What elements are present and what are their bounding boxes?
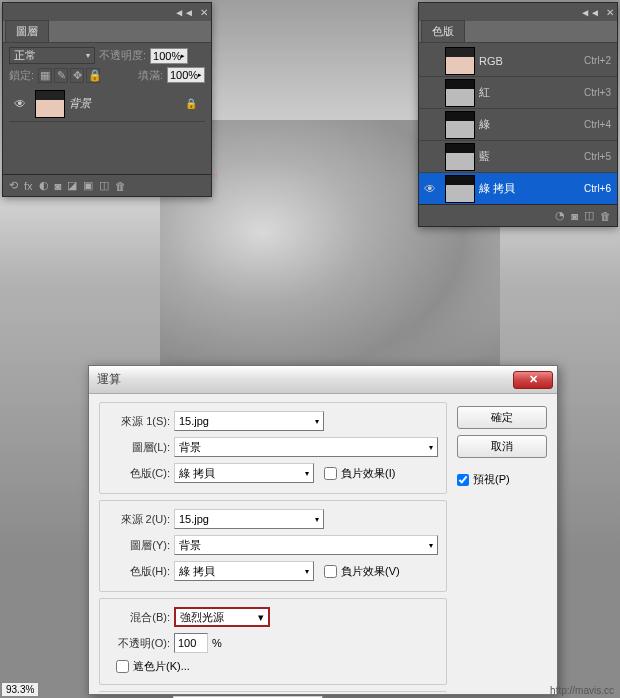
opacity-label: 不透明(O): [108, 636, 170, 651]
channel-thumbnail [445, 111, 475, 139]
invert2-checkbox[interactable] [324, 565, 337, 578]
channel-thumbnail [445, 175, 475, 203]
fill-input[interactable]: 100%▸ [167, 67, 205, 83]
channel-name: 綠 [479, 117, 584, 132]
layer1-dropdown[interactable]: 背景▾ [174, 437, 438, 457]
footer-icon[interactable]: ◪ [67, 179, 77, 192]
layers-panel-header: ◄◄ ✕ [3, 3, 211, 21]
source2-label: 來源 2(U): [108, 512, 170, 527]
tab-channels[interactable]: 色版 [421, 20, 465, 42]
channels-panel-footer: ◔ ◙ ◫ 🗑 [419, 204, 617, 226]
channel-shortcut: Ctrl+4 [584, 119, 617, 130]
channel1-label: 色版(C): [108, 466, 170, 481]
zoom-level[interactable]: 93.3% [1, 682, 39, 697]
channel-name: 藍 [479, 149, 584, 164]
site-url-text: http://mavis.cc [550, 685, 614, 696]
layers-list: 👁 背景 🔒 [9, 86, 205, 122]
channel-name: RGB [479, 55, 584, 67]
invert1-label: 負片效果(I) [341, 466, 395, 481]
layers-panel-footer: ⟲ fx ◐ ◙ ◪ ▣ ◫ 🗑 [3, 174, 211, 196]
layer2-label: 圖層(Y): [108, 538, 170, 553]
channel-shortcut: Ctrl+2 [584, 55, 617, 66]
channel-name: 綠 拷貝 [479, 181, 584, 196]
mask-checkbox[interactable] [116, 660, 129, 673]
footer-icon[interactable]: ◙ [571, 210, 578, 222]
channels-tab-bar: 色版 [419, 21, 617, 43]
footer-icon[interactable]: ◙ [55, 180, 62, 192]
channels-list: RGB Ctrl+2 紅 Ctrl+3 綠 Ctrl+4 藍 Ctrl+5 👁 … [419, 45, 617, 205]
layers-panel-body: 正常▾ 不透明度: 100%▸ 鎖定: ▦✎✥🔒 填滿: 100%▸ 👁 背景 … [3, 43, 211, 126]
channels-panel: ◄◄ ✕ 色版 RGB Ctrl+2 紅 Ctrl+3 綠 Ctrl+4 藍 C… [418, 2, 618, 227]
close-icon[interactable]: ✕ [606, 7, 614, 18]
close-button[interactable]: ✕ [513, 371, 553, 389]
lock-label: 鎖定: [9, 68, 34, 83]
channel2-dropdown[interactable]: 綠 拷貝▾ [174, 561, 314, 581]
invert2-label: 負片效果(V) [341, 564, 400, 579]
footer-icon[interactable]: ⟲ [9, 179, 18, 192]
footer-icon[interactable]: ◫ [584, 209, 594, 222]
opacity-unit: % [212, 637, 222, 649]
channel2-label: 色版(H): [108, 564, 170, 579]
blend-label: 混合(B): [108, 610, 170, 625]
footer-icon[interactable]: 🗑 [600, 210, 611, 222]
dialog-title-text: 運算 [97, 371, 121, 388]
layer-row[interactable]: 👁 背景 🔒 [9, 86, 205, 122]
mask-label: 遮色片(K)... [133, 659, 190, 674]
fill-label: 填滿: [138, 68, 163, 83]
calculations-dialog: 運算 ✕ 來源 1(S): 15.jpg▾ 圖層(L): 背景▾ 色版(C): … [88, 365, 558, 695]
eye-icon[interactable]: 👁 [419, 182, 441, 196]
footer-icon[interactable]: ◫ [99, 179, 109, 192]
footer-icon[interactable]: ◔ [555, 209, 565, 222]
channel-shortcut: Ctrl+6 [584, 183, 617, 194]
channel-row-selected[interactable]: 👁 綠 拷貝 Ctrl+6 [419, 173, 617, 205]
blend-mode-dropdown[interactable]: 正常▾ [9, 47, 95, 64]
close-icon[interactable]: ✕ [200, 7, 208, 18]
invert1-checkbox[interactable] [324, 467, 337, 480]
channel-row[interactable]: 綠 Ctrl+4 [419, 109, 617, 141]
blend-group: 混合(B): 強烈光源▾ 不透明(O): 100 % 遮色片(K)... [99, 598, 447, 685]
lock-buttons[interactable]: ▦✎✥🔒 [38, 68, 100, 83]
channel-thumbnail [445, 143, 475, 171]
cancel-button[interactable]: 取消 [457, 435, 547, 458]
channel-row[interactable]: 藍 Ctrl+5 [419, 141, 617, 173]
channel-thumbnail [445, 47, 475, 75]
footer-icon[interactable]: ▣ [83, 179, 93, 192]
channel-name: 紅 [479, 85, 584, 100]
dialog-titlebar[interactable]: 運算 ✕ [89, 366, 557, 394]
tab-layers[interactable]: 圖層 [5, 20, 49, 42]
channel-row[interactable]: 紅 Ctrl+3 [419, 77, 617, 109]
source1-label: 來源 1(S): [108, 414, 170, 429]
footer-icon[interactable]: fx [24, 180, 33, 192]
channel-shortcut: Ctrl+3 [584, 87, 617, 98]
preview-label: 預視(P) [473, 472, 510, 487]
source2-dropdown[interactable]: 15.jpg▾ [174, 509, 324, 529]
source1-dropdown[interactable]: 15.jpg▾ [174, 411, 324, 431]
layer1-label: 圖層(L): [108, 440, 170, 455]
opacity-input[interactable]: 100 [174, 633, 208, 653]
preview-checkbox[interactable] [457, 474, 469, 486]
channels-panel-header: ◄◄ ✕ [419, 3, 617, 21]
channel-thumbnail [445, 79, 475, 107]
layers-tab-bar: 圖層 [3, 21, 211, 43]
channel-row[interactable]: RGB Ctrl+2 [419, 45, 617, 77]
eye-icon[interactable]: 👁 [9, 97, 31, 111]
result-group: 結果(R): 新增色版▾ [99, 691, 447, 698]
source1-group: 來源 1(S): 15.jpg▾ 圖層(L): 背景▾ 色版(C): 綠 拷貝▾… [99, 402, 447, 494]
collapse-icon[interactable]: ◄◄ [580, 7, 600, 18]
layer-lock-icon: 🔒 [185, 98, 205, 109]
opacity-input[interactable]: 100%▸ [150, 48, 188, 64]
collapse-icon[interactable]: ◄◄ [174, 7, 194, 18]
footer-icon[interactable]: ◐ [39, 179, 49, 192]
layer-thumbnail [35, 90, 65, 118]
channel-shortcut: Ctrl+5 [584, 151, 617, 162]
footer-icon[interactable]: 🗑 [115, 180, 126, 192]
source2-group: 來源 2(U): 15.jpg▾ 圖層(Y): 背景▾ 色版(H): 綠 拷貝▾… [99, 500, 447, 592]
opacity-label: 不透明度: [99, 48, 146, 63]
layers-panel: ◄◄ ✕ 圖層 正常▾ 不透明度: 100%▸ 鎖定: ▦✎✥🔒 填滿: 100… [2, 2, 212, 197]
blend-dropdown[interactable]: 強烈光源▾ [174, 607, 270, 627]
layer2-dropdown[interactable]: 背景▾ [174, 535, 438, 555]
layer-name: 背景 [69, 96, 185, 111]
channel1-dropdown[interactable]: 綠 拷貝▾ [174, 463, 314, 483]
ok-button[interactable]: 確定 [457, 406, 547, 429]
